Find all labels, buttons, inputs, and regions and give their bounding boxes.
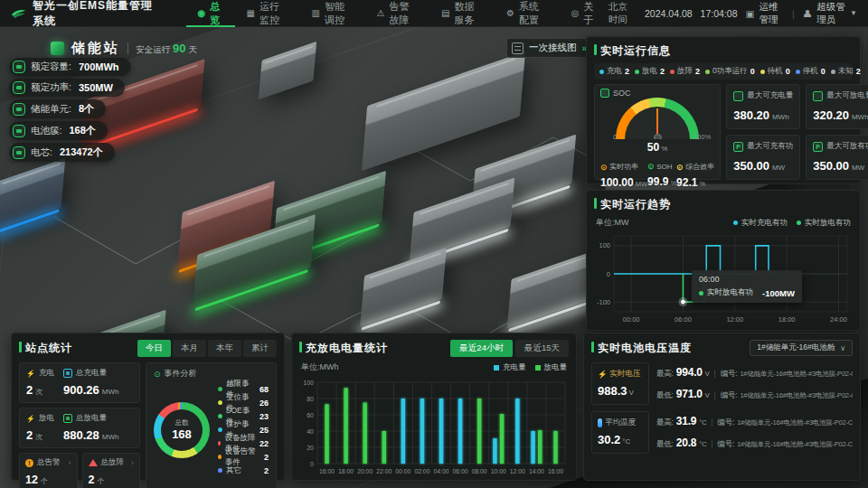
- voltage-tile: ⚡ 实时电压 988.3V: [591, 362, 649, 405]
- station-stat-pill: 额定容量: 700MWh: [9, 58, 131, 76]
- battery-icon: [63, 414, 72, 423]
- station-name: 储能站: [71, 40, 120, 57]
- nav-item[interactable]: ◉ 总览: [186, 0, 235, 27]
- divider: |: [792, 8, 795, 19]
- nav-item-label: 总览: [210, 0, 222, 27]
- energy-statistics-panel: 充放电电量统计 最近24小时 最近15天 单位:MWh 充电量: [291, 333, 577, 481]
- period-tab[interactable]: 本月: [173, 340, 206, 357]
- battery-icon: P: [813, 142, 823, 152]
- battery-icon: [13, 61, 25, 73]
- nav-item[interactable]: ◎ 关于: [560, 0, 609, 27]
- card-value: 380.20MWh: [733, 107, 793, 123]
- tooltip-series-dot: [699, 291, 703, 296]
- range-button[interactable]: 最近24小时: [450, 340, 513, 357]
- svg-text:06:00: 06:00: [675, 315, 692, 324]
- svg-text:12:00: 12:00: [510, 468, 525, 474]
- main-nav: ◉ 总览 ▦ 运行监控 ▥ 智能调控 ⚠ 告警故障: [186, 0, 609, 27]
- status-dot-icon: [760, 70, 765, 74]
- card-label-row: P 最大可充有功: [733, 141, 793, 152]
- total-alarm-card[interactable]: ! 总告警 › 12个: [19, 453, 78, 488]
- status-count: 0: [750, 67, 755, 76]
- svg-text:100: 100: [303, 380, 314, 386]
- metric-label: 实时功率: [609, 162, 638, 172]
- battery-unit-select[interactable]: 1#储能单元-16#电池舱 ∨: [750, 340, 853, 356]
- legend-dot-icon: [797, 221, 801, 225]
- wiring-diagram-icon: [512, 42, 524, 54]
- svg-text:12:00: 12:00: [726, 315, 743, 324]
- battery-icon: [13, 125, 25, 137]
- station-header: 储能站 安全运行90天: [51, 40, 197, 57]
- svg-text:16:00: 16:00: [319, 468, 335, 474]
- station-stat-pills: 额定容量: 700MWh 额定功率: 350MW 储能单元: 8个 电池簇: 1…: [9, 58, 131, 162]
- ops-manage-button[interactable]: ▣ 运维管理: [745, 1, 783, 26]
- stat-value: 350MW: [79, 82, 113, 93]
- svg-text:60: 60: [307, 412, 314, 418]
- status-count: 2: [625, 67, 629, 76]
- svg-text:20:00: 20:00: [357, 468, 373, 474]
- nav-item[interactable]: ▤ 数据服务: [429, 0, 495, 27]
- charge-icon: ⚡: [26, 370, 35, 378]
- status-item: 停机 0: [796, 66, 826, 77]
- nav-item[interactable]: ▥ 智能调控: [300, 0, 365, 27]
- soc-icon: [600, 89, 609, 98]
- soc-label-row: SOC: [600, 89, 714, 98]
- capability-card: P 最大可充有功 350.00MW: [726, 135, 800, 180]
- svg-text:06:00: 06:00: [453, 468, 468, 474]
- card-label-row: P 最大可放有功: [813, 141, 868, 152]
- legend-dot-icon: [218, 468, 222, 473]
- chevron-right-icon: ›: [69, 458, 71, 467]
- stat-label: 电池簇:: [31, 125, 61, 137]
- legend-square-icon: [535, 365, 541, 371]
- time-value: 17:04:08: [701, 8, 738, 19]
- svg-text:18:00: 18:00: [338, 468, 354, 474]
- nav-item[interactable]: ⚙ 系统配置: [495, 0, 560, 27]
- metric: ⊙ 综合效率 92.1%: [676, 162, 714, 190]
- clock-icon: ⊙: [154, 370, 161, 379]
- status-item: 未知 2: [831, 66, 861, 77]
- status-item: 故障 2: [670, 66, 700, 77]
- legend-dot-icon: [733, 221, 738, 225]
- station-cube-icon: [51, 42, 64, 55]
- legend-item[interactable]: 充电量: [494, 362, 526, 373]
- energy-bar-chart: 02040608010016:0018:0020:0022:0000:0002:…: [297, 375, 571, 476]
- stat-label: 额定容量:: [31, 61, 71, 73]
- svg-text:40: 40: [307, 428, 314, 435]
- stat-value: 700MWh: [79, 61, 119, 72]
- event-legend-item[interactable]: 设备告警事件 2: [218, 450, 269, 464]
- nav-item[interactable]: ⚠ 告警故障: [365, 0, 430, 27]
- app-title: 智光一创EMS能量管理系统: [33, 0, 155, 29]
- voltage-extreme-row: 最低:971.0V | 编号:1#储能单元-16#电池舱-#3电池簇-P02-C…: [656, 388, 853, 401]
- wiring-diagram-button[interactable]: 一次接线图 »: [506, 38, 595, 58]
- user-menu[interactable]: 👤︎ 超级管理员 ▼: [803, 1, 857, 26]
- ops-icon: ▣: [745, 8, 754, 19]
- legend-item[interactable]: 实时充电有功: [733, 218, 788, 229]
- svg-text:22:00: 22:00: [376, 468, 392, 474]
- period-tab[interactable]: 今日: [137, 340, 171, 357]
- svg-text:10:00: 10:00: [491, 468, 506, 474]
- status-item: 充电 2: [599, 66, 629, 77]
- metric-value: 92.1%: [676, 174, 714, 190]
- total-fault-card[interactable]: 总故障 › 2个: [82, 453, 141, 488]
- panel-title: 充放电电量统计: [299, 341, 388, 356]
- nav-item-icon: ▦: [247, 8, 255, 18]
- panel-title: 实时运行趋势: [594, 197, 671, 212]
- nav-item-label: 系统配置: [519, 0, 548, 27]
- battery-icon: [13, 81, 25, 94]
- soc-value: 50%: [600, 138, 714, 155]
- range-button[interactable]: 最近15天: [515, 340, 569, 357]
- status-label: 停机: [803, 66, 818, 77]
- realtime-trend-panel: 实时运行趋势 单位:MW 实时充电有功 实时放电有功 00:0006:0012:: [586, 190, 861, 331]
- status-dot-icon: [831, 70, 835, 74]
- site-statistics-panel: 站点统计 今日 本月 本年 累计 ⚡充电 2次: [11, 333, 285, 481]
- period-tab[interactable]: 本年: [208, 340, 241, 357]
- unit-label: 单位:MWh: [301, 361, 339, 373]
- capability-card: P 最大可放有功 350.00MW: [806, 135, 868, 180]
- nav-item[interactable]: ▦ 运行监控: [235, 0, 300, 27]
- panel-title: 实时运行信息: [594, 43, 671, 59]
- legend-item[interactable]: 实时放电有功: [797, 218, 851, 229]
- legend-item[interactable]: 放电量: [535, 362, 568, 373]
- trend-subheader: 单位:MW 实时充电有功 实时放电有功: [596, 217, 851, 229]
- chevron-down-icon: ∨: [840, 344, 845, 352]
- timezone-label: 北京时间: [609, 1, 637, 26]
- period-tab[interactable]: 累计: [243, 340, 277, 357]
